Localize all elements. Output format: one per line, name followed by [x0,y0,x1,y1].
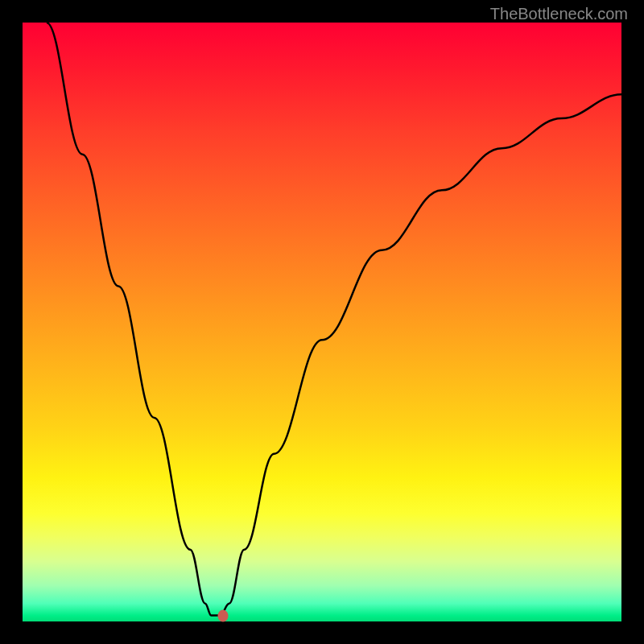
watermark-text: TheBottleneck.com [490,5,628,23]
bottleneck-curve [47,23,621,616]
optimal-point-marker [218,609,229,621]
chart-plot-area [23,23,621,621]
chart-svg [23,23,621,621]
